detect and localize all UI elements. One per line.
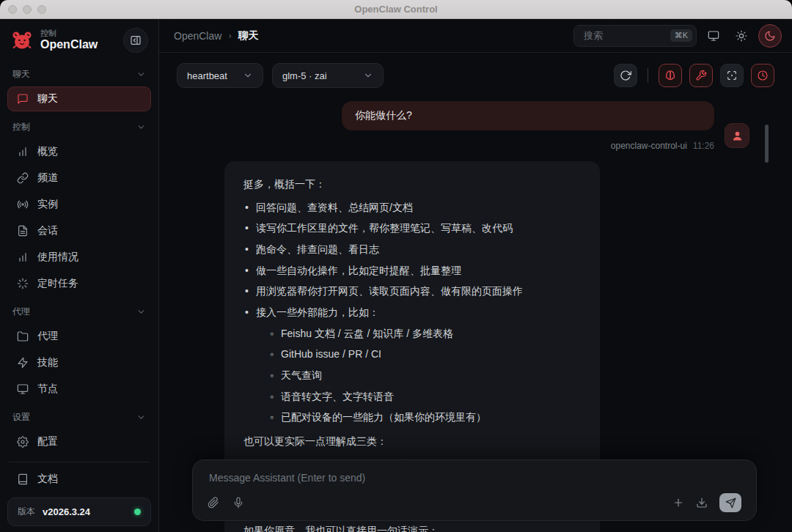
send-icon — [725, 498, 736, 509]
sidebar-item-channels[interactable]: 频道 — [7, 166, 151, 191]
breadcrumb-current: 聊天 — [238, 29, 259, 43]
toolbar-divider — [648, 68, 648, 83]
download-button[interactable] — [696, 497, 708, 509]
capabilities-list: 回答问题、查资料、总结网页/文档 读写你工作区里的文件，帮你整理笔记、写草稿、改… — [243, 199, 581, 426]
breadcrumb-root[interactable]: OpenClaw — [174, 30, 221, 42]
section-header-agents[interactable]: 代理 — [7, 300, 151, 322]
sidebar-item-config[interactable]: 配置 — [7, 429, 151, 454]
assistant-intro: 挺多，概括一下： — [243, 176, 581, 193]
close-window-button[interactable] — [8, 5, 17, 14]
sidebar-item-overview[interactable]: 概览 — [7, 139, 151, 164]
focus-button[interactable] — [720, 64, 744, 87]
chat-toolbar: heartbeat glm-5 · zai — [159, 53, 792, 97]
theme-system-button[interactable] — [703, 25, 725, 47]
plus-icon — [672, 497, 684, 509]
sidebar-item-nodes[interactable]: 节点 — [7, 377, 151, 402]
chevron-down-icon — [363, 70, 373, 81]
sun-icon — [736, 30, 747, 42]
chevron-down-icon — [136, 307, 146, 317]
meta-timestamp: 11:26 — [693, 141, 714, 151]
bar-chart-icon — [17, 146, 29, 158]
breadcrumb: OpenClaw › 聊天 — [174, 29, 259, 43]
list-item: 读写你工作区里的文件，帮你整理笔记、写草稿、改代码 — [243, 220, 581, 237]
search-box: ⌘K — [573, 25, 697, 47]
sun-rays-icon — [17, 278, 29, 289]
sidebar: 控制 OpenClaw 聊天 聊天 — [0, 19, 159, 532]
claw-logo-icon — [10, 29, 34, 52]
book-icon — [17, 473, 29, 485]
version-badge: 版本 v2026.3.24 — [7, 498, 151, 526]
section-header-settings[interactable]: 设置 — [7, 406, 151, 428]
list-item: GitHub issue / PR / CI — [268, 346, 581, 363]
message-input[interactable] — [208, 471, 741, 484]
top-header: OpenClaw › 聊天 ⌘K — [159, 19, 792, 53]
chevron-down-icon — [136, 413, 146, 422]
theme-dark-button[interactable] — [758, 24, 782, 48]
chevron-down-icon — [243, 70, 253, 81]
list-item: 做一些自动化操作，比如定时提醒、批量整理 — [243, 262, 581, 279]
meta-agent-name: openclaw-control-ui — [611, 141, 687, 151]
attach-button[interactable] — [208, 497, 219, 509]
sidebar-item-chat[interactable]: 聊天 — [7, 86, 151, 111]
main-area: OpenClaw › 聊天 ⌘K — [159, 19, 792, 532]
version-value: v2026.3.24 — [43, 506, 90, 517]
refresh-button[interactable] — [614, 64, 637, 87]
send-button[interactable] — [719, 493, 741, 512]
sidebar-item-skills[interactable]: 技能 — [7, 350, 151, 375]
sidebar-section-settings: 设置 配置 — [7, 406, 151, 456]
chevron-down-icon — [136, 70, 146, 79]
sidebar-item-docs[interactable]: 文档 — [7, 467, 151, 492]
sidebar-section-chat: 聊天 聊天 — [7, 63, 151, 113]
zoom-window-button[interactable] — [37, 5, 46, 14]
section-header-control[interactable]: 控制 — [7, 116, 151, 138]
minimize-window-button[interactable] — [23, 5, 32, 14]
person-icon — [731, 130, 744, 142]
status-dot — [134, 509, 141, 515]
monitor-icon — [17, 383, 29, 395]
clock-button[interactable] — [751, 64, 774, 87]
window-title: OpenClaw Control — [0, 4, 792, 15]
user-message-bubble: 你能做什么? — [342, 101, 714, 130]
chevron-down-icon — [136, 122, 146, 132]
agent-select[interactable]: heartbeat — [177, 63, 263, 88]
chat-scrollbar[interactable] — [765, 125, 769, 163]
list-item: Feishu 文档 / 云盘 / 知识库 / 多维表格 — [268, 325, 581, 342]
app-window: OpenClaw Control — [0, 0, 792, 532]
message-meta: openclaw-control-ui 11:26 — [611, 141, 714, 151]
wrench-button[interactable] — [689, 64, 713, 87]
sidebar-item-instances[interactable]: 实例 — [7, 192, 151, 217]
brand-subtitle: 控制 — [40, 29, 98, 38]
brand-name: OpenClaw — [40, 38, 98, 51]
sidebar-item-cron-tasks[interactable]: 定时任务 — [7, 271, 151, 296]
paperclip-icon — [208, 497, 219, 509]
sidebar-item-sessions[interactable]: 会话 — [7, 218, 151, 243]
panel-collapse-icon — [130, 34, 142, 46]
voice-button[interactable] — [232, 497, 244, 509]
model-select[interactable]: glm-5 · zai — [272, 63, 384, 88]
sidebar-item-usage[interactable]: 使用情况 — [7, 245, 151, 270]
theme-light-button[interactable] — [730, 25, 752, 47]
version-label: 版本 — [18, 506, 35, 518]
user-message-group: 你能做什么? openclaw-control-ui 11:26 — [224, 101, 792, 151]
list-item: 已配对设备的一些能力（如果你的环境里有） — [268, 409, 581, 426]
brand-row: 控制 OpenClaw — [7, 25, 151, 60]
add-button[interactable] — [672, 497, 684, 509]
brain-button[interactable] — [659, 64, 682, 87]
breadcrumb-separator: › — [228, 30, 231, 41]
zap-icon — [17, 357, 29, 369]
sidebar-divider — [9, 462, 150, 462]
list-item: 接入一些外部能力，比如： Feishu 文档 / 云盘 / 知识库 / 多维表格… — [243, 304, 581, 426]
sidebar-collapse-button[interactable] — [123, 28, 148, 53]
search-input[interactable] — [582, 29, 666, 42]
message-square-icon — [17, 93, 29, 105]
list-item: 回答问题、查资料、总结网页/文档 — [243, 199, 581, 216]
sidebar-item-agents[interactable]: 代理 — [7, 324, 151, 349]
list-item: 语音转文字、文字转语音 — [268, 388, 581, 405]
search-shortcut-badge: ⌘K — [670, 29, 692, 42]
clock-icon — [757, 70, 769, 81]
broadcast-icon — [17, 199, 29, 210]
refresh-icon — [620, 70, 631, 81]
titlebar: OpenClaw Control — [0, 0, 792, 19]
section-header-chat[interactable]: 聊天 — [7, 63, 151, 85]
file-text-icon — [17, 225, 29, 237]
